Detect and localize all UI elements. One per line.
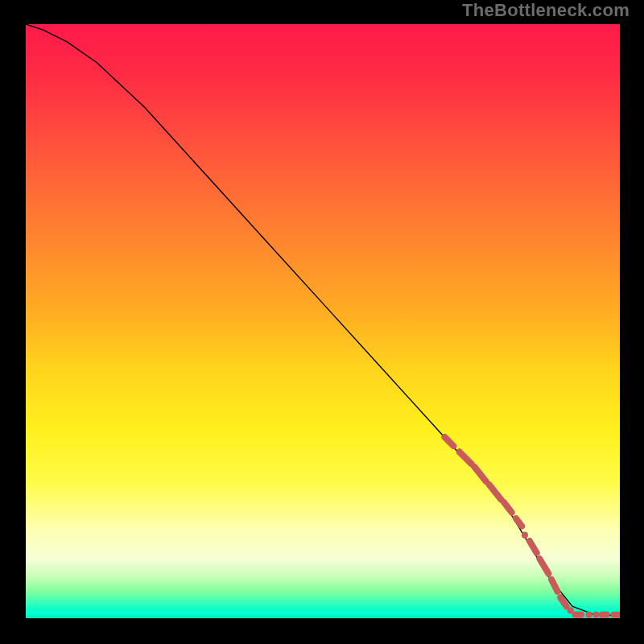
marker-dot xyxy=(586,612,592,618)
marker-dash xyxy=(560,597,566,606)
marker-dot xyxy=(592,612,599,618)
marker-dash xyxy=(489,485,502,499)
marker-dash xyxy=(551,580,557,592)
marker-dash xyxy=(460,452,472,464)
marker-dash xyxy=(530,541,537,553)
watermark-text: TheBottleneck.com xyxy=(462,0,630,21)
marker-dash xyxy=(539,559,548,573)
marker-dash xyxy=(444,437,453,446)
marker-dash xyxy=(474,467,486,481)
plot-area xyxy=(26,24,620,618)
bottleneck-curve xyxy=(26,24,620,615)
marker-dash xyxy=(504,502,512,513)
marker-dot xyxy=(522,532,528,539)
chart-container: TheBottleneck.com xyxy=(0,0,644,644)
marker-dash xyxy=(516,518,522,526)
chart-svg xyxy=(26,24,620,618)
